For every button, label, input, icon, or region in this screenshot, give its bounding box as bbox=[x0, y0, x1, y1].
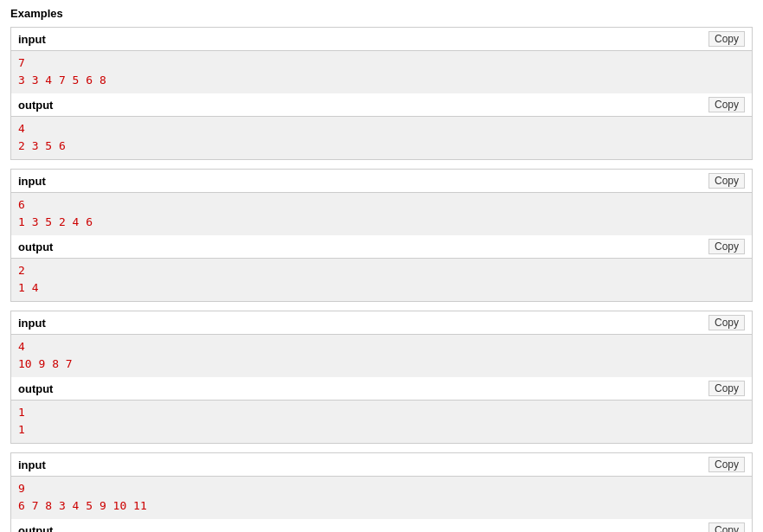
example-block-3: inputCopy410 9 8 7outputCopy11 bbox=[10, 311, 753, 444]
output-content-1: 42 3 5 6 bbox=[11, 117, 752, 159]
input-content-4: 96 7 8 3 4 5 9 10 11 bbox=[11, 477, 752, 519]
content-line: 1 bbox=[18, 404, 745, 421]
output-copy-button-2[interactable]: Copy bbox=[708, 239, 745, 254]
input-content-2: 61 3 5 2 4 6 bbox=[11, 193, 752, 235]
input-header-4: inputCopy bbox=[11, 453, 752, 477]
input-label-4: input bbox=[18, 458, 46, 471]
output-header-1: outputCopy bbox=[11, 93, 752, 117]
content-line: 2 3 5 6 bbox=[18, 138, 745, 155]
output-copy-button-4[interactable]: Copy bbox=[708, 522, 745, 532]
page-title: Examples bbox=[10, 7, 753, 20]
input-content-3: 410 9 8 7 bbox=[11, 335, 752, 377]
output-header-2: outputCopy bbox=[11, 235, 752, 259]
content-line: 4 bbox=[18, 338, 745, 356]
content-line: 3 3 4 7 5 6 8 bbox=[18, 72, 745, 89]
content-line: 1 4 bbox=[18, 279, 745, 297]
input-label-3: input bbox=[18, 317, 46, 330]
input-header-1: inputCopy bbox=[11, 28, 752, 51]
input-label-2: input bbox=[18, 175, 46, 188]
input-header-3: inputCopy bbox=[11, 311, 752, 335]
output-content-3: 11 bbox=[11, 401, 752, 443]
content-line: 6 bbox=[18, 196, 745, 214]
output-label-2: output bbox=[18, 240, 53, 253]
example-block-4: inputCopy96 7 8 3 4 5 9 10 11outputCopy6… bbox=[10, 452, 753, 532]
content-line: 9 bbox=[18, 480, 745, 497]
example-block-1: inputCopy73 3 4 7 5 6 8outputCopy42 3 5 … bbox=[10, 27, 753, 160]
input-header-2: inputCopy bbox=[11, 170, 752, 193]
output-copy-button-1[interactable]: Copy bbox=[708, 97, 745, 112]
input-copy-button-3[interactable]: Copy bbox=[708, 315, 745, 330]
output-copy-button-3[interactable]: Copy bbox=[708, 381, 745, 396]
output-label-3: output bbox=[18, 382, 53, 395]
output-header-4: outputCopy bbox=[11, 519, 752, 532]
output-label-4: output bbox=[18, 524, 53, 533]
input-copy-button-1[interactable]: Copy bbox=[708, 31, 745, 47]
example-block-2: inputCopy61 3 5 2 4 6outputCopy21 4 bbox=[10, 169, 753, 302]
input-copy-button-2[interactable]: Copy bbox=[708, 173, 745, 189]
input-copy-button-4[interactable]: Copy bbox=[708, 457, 745, 472]
input-content-1: 73 3 4 7 5 6 8 bbox=[11, 51, 752, 93]
output-label-1: output bbox=[18, 99, 53, 112]
content-line: 10 9 8 7 bbox=[18, 356, 745, 373]
output-content-2: 21 4 bbox=[11, 259, 752, 301]
content-line: 6 7 8 3 4 5 9 10 11 bbox=[18, 497, 745, 515]
input-label-1: input bbox=[18, 33, 46, 46]
content-line: 2 bbox=[18, 262, 745, 279]
content-line: 4 bbox=[18, 120, 745, 138]
content-line: 7 bbox=[18, 54, 745, 72]
output-header-3: outputCopy bbox=[11, 377, 752, 401]
content-line: 1 3 5 2 4 6 bbox=[18, 214, 745, 231]
content-line: 1 bbox=[18, 421, 745, 439]
